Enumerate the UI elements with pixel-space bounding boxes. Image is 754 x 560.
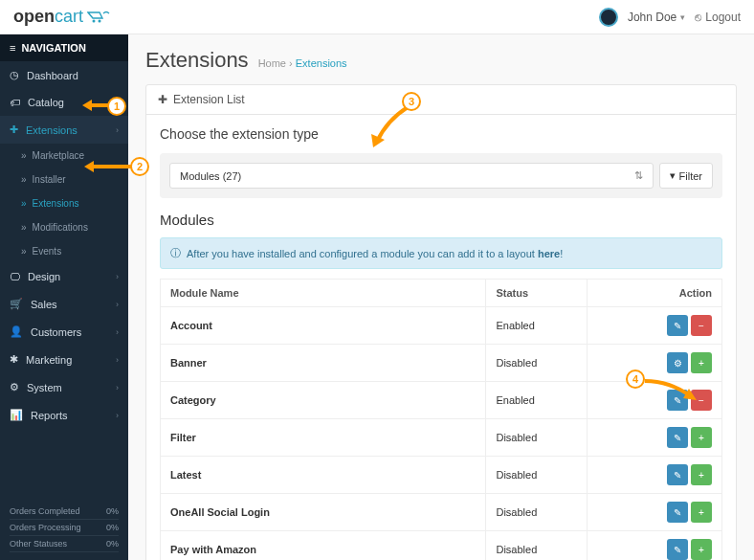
user-icon: 👤 bbox=[10, 325, 23, 338]
logo-text-light: cart bbox=[55, 7, 83, 27]
module-actions-cell: ✎− bbox=[588, 307, 722, 345]
install-icon: ⚙ bbox=[674, 358, 682, 369]
avatar[interactable] bbox=[599, 8, 618, 27]
cart-icon: 🛒 bbox=[10, 298, 23, 310]
edit-button[interactable]: ✎ bbox=[667, 502, 688, 523]
edit-icon: ✎ bbox=[674, 507, 681, 518]
add-icon: + bbox=[699, 507, 704, 518]
edit-button[interactable]: ✎ bbox=[667, 315, 688, 336]
breadcrumb: Home › Extensions bbox=[258, 57, 347, 69]
edit-button[interactable]: ✎ bbox=[667, 539, 688, 560]
info-text: After you have installed and configured … bbox=[187, 248, 538, 259]
install-button[interactable]: ⚙ bbox=[667, 352, 688, 373]
sidebar-item-label: Extensions bbox=[26, 124, 78, 136]
module-status-cell: Disabled bbox=[486, 419, 588, 457]
filter-label: Filter bbox=[679, 170, 702, 182]
svg-point-1 bbox=[99, 19, 101, 22]
progress-row: Orders Completed 0% bbox=[10, 504, 119, 520]
module-actions-cell: ✎+ bbox=[588, 531, 722, 561]
breadcrumb-current[interactable]: Extensions bbox=[296, 57, 347, 69]
col-name[interactable]: Module Name bbox=[161, 280, 486, 307]
sidebar-sub-extensions[interactable]: » Extensions bbox=[0, 191, 128, 215]
add-button[interactable]: + bbox=[691, 539, 712, 560]
add-icon: + bbox=[699, 545, 704, 555]
panel-heading: ✚ Extension List bbox=[146, 85, 736, 115]
sidebar-item-design[interactable]: 🖵 Design › bbox=[0, 263, 128, 290]
chevron-right-icon: › bbox=[116, 327, 119, 337]
progress-row: Other Statuses 0% bbox=[10, 536, 119, 552]
add-button[interactable]: + bbox=[691, 502, 712, 523]
sidebar-sub-events[interactable]: » Events bbox=[0, 239, 128, 263]
sidebar-item-customers[interactable]: 👤 Customers › bbox=[0, 318, 128, 346]
nav-header-label: NAVIGATION bbox=[21, 42, 85, 54]
sidebar-item-reports[interactable]: 📊 Reports › bbox=[0, 401, 128, 429]
chevron-right-icon: › bbox=[116, 300, 119, 309]
modules-table: Module Name Status Action AccountEnabled… bbox=[160, 279, 722, 560]
sidebar-item-extensions[interactable]: ✚ Extensions › bbox=[0, 116, 128, 144]
module-name-cell: Latest bbox=[161, 457, 486, 494]
module-name-cell: Filter bbox=[161, 419, 486, 457]
module-actions-cell: ✎+ bbox=[588, 419, 722, 457]
sidebar-sub-modifications[interactable]: » Modifications bbox=[0, 215, 128, 239]
info-link[interactable]: here bbox=[538, 248, 560, 259]
annotation-4: 4 bbox=[626, 370, 645, 389]
sub-label: Installer bbox=[33, 174, 66, 185]
edit-button[interactable]: ✎ bbox=[667, 464, 688, 485]
chart-icon: 📊 bbox=[10, 409, 23, 421]
logout-link[interactable]: ⎋ Logout bbox=[695, 11, 741, 24]
filter-button[interactable]: ▾ Filter bbox=[659, 163, 713, 189]
menu-icon: ≡ bbox=[10, 42, 15, 54]
table-row: Pay with AmazonDisabled✎+ bbox=[161, 531, 722, 561]
chevron-right-icon: › bbox=[116, 125, 119, 135]
sidebar-item-label: Marketing bbox=[26, 354, 72, 366]
cart-icon bbox=[87, 11, 112, 24]
sidebar-item-system[interactable]: ⚙ System › bbox=[0, 373, 128, 401]
add-icon: + bbox=[699, 358, 704, 369]
edit-button[interactable]: ✎ bbox=[667, 427, 688, 448]
progress-section: Orders Completed 0% Orders Processing 0%… bbox=[0, 496, 128, 560]
sidebar-item-marketing[interactable]: ✱ Marketing › bbox=[0, 346, 128, 373]
double-chevron-icon: » bbox=[21, 198, 27, 209]
progress-row: Orders Processing 0% bbox=[10, 520, 119, 536]
logo[interactable]: opencart bbox=[13, 7, 112, 27]
sidebar-item-label: Customers bbox=[31, 326, 81, 338]
info-excl: ! bbox=[560, 248, 563, 259]
module-name-cell: Banner bbox=[161, 345, 486, 382]
svg-point-0 bbox=[93, 19, 96, 22]
sub-label: Marketplace bbox=[33, 150, 84, 161]
share-icon: ✱ bbox=[10, 353, 18, 366]
module-name-cell: Pay with Amazon bbox=[161, 531, 486, 561]
sidebar-item-sales[interactable]: 🛒 Sales › bbox=[0, 290, 128, 318]
sidebar-item-label: Reports bbox=[31, 410, 68, 421]
add-button[interactable]: + bbox=[691, 464, 712, 485]
annotation-2: 2 bbox=[130, 157, 149, 176]
extension-type-select[interactable]: Modules (27) ⇅ bbox=[169, 163, 654, 189]
chevron-right-icon: › bbox=[116, 272, 119, 281]
sidebar-item-label: Design bbox=[28, 271, 60, 282]
col-status[interactable]: Status bbox=[486, 280, 588, 307]
module-status-cell: Enabled bbox=[486, 307, 588, 345]
sidebar-item-dashboard[interactable]: ◷ Dashboard bbox=[0, 61, 128, 89]
add-button[interactable]: + bbox=[691, 352, 712, 373]
progress-value: 0% bbox=[106, 523, 119, 532]
edit-icon: ✎ bbox=[674, 433, 681, 443]
table-row: FilterDisabled✎+ bbox=[161, 419, 722, 457]
nav-header: ≡ NAVIGATION bbox=[0, 34, 128, 61]
delete-button[interactable]: − bbox=[691, 315, 712, 336]
edit-icon: ✎ bbox=[674, 470, 681, 481]
add-button[interactable]: + bbox=[691, 427, 712, 448]
logo-text-bold: open bbox=[13, 7, 55, 27]
sub-label: Events bbox=[33, 246, 62, 257]
module-actions-cell: ⚙+ bbox=[588, 345, 722, 382]
progress-label: Orders Processing bbox=[10, 523, 81, 532]
breadcrumb-home[interactable]: Home bbox=[258, 57, 286, 69]
user-menu[interactable]: John Doe ▾ bbox=[628, 11, 685, 24]
progress-label: Other Statuses bbox=[10, 539, 67, 549]
add-icon: + bbox=[699, 470, 704, 481]
module-status-cell: Disabled bbox=[486, 494, 588, 531]
sidebar-item-label: Catalog bbox=[28, 97, 64, 108]
sidebar: ≡ NAVIGATION ◷ Dashboard 🏷 Catalog › ✚ E… bbox=[0, 34, 128, 560]
add-icon: + bbox=[699, 433, 704, 443]
user-name: John Doe bbox=[628, 11, 676, 24]
updown-icon: ⇅ bbox=[634, 169, 643, 182]
